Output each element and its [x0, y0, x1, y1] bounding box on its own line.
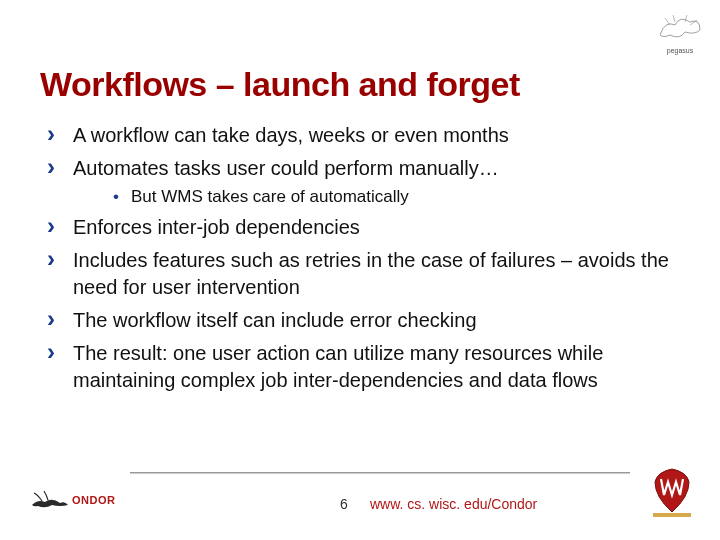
condor-text: ONDOR [72, 494, 115, 506]
pegasus-label: pegasus [650, 47, 710, 54]
bullet-text: The workflow itself can include error ch… [73, 309, 477, 331]
slide: pegasus Workflows – launch and forget A … [0, 0, 720, 540]
list-item: The workflow itself can include error ch… [45, 307, 680, 334]
sub-bullet-text: But WMS takes care of automatically [131, 187, 409, 206]
list-item: Enforces inter-job dependencies [45, 214, 680, 241]
list-item: Includes features such as retries in the… [45, 247, 680, 301]
svg-rect-0 [653, 513, 691, 517]
sub-list: But WMS takes care of automatically [73, 186, 680, 208]
list-item: Automates tasks user could perform manua… [45, 155, 680, 208]
bullet-text: The result: one user action can utilize … [73, 342, 603, 391]
sub-list-item: But WMS takes care of automatically [113, 186, 680, 208]
list-item: A workflow can take days, weeks or even … [45, 122, 680, 149]
pegasus-icon [655, 10, 705, 45]
slide-title: Workflows – launch and forget [40, 65, 680, 104]
bullet-text: Enforces inter-job dependencies [73, 216, 360, 238]
bullet-text: A workflow can take days, weeks or even … [73, 124, 509, 146]
condor-bird-icon [30, 487, 70, 512]
condor-logo: ONDOR [30, 482, 130, 517]
wisconsin-logo [645, 467, 700, 517]
bullet-text: Automates tasks user could perform manua… [73, 157, 499, 179]
footer: ONDOR 6 www. cs. wisc. edu/Condor [0, 472, 720, 522]
list-item: The result: one user action can utilize … [45, 340, 680, 394]
pegasus-logo: pegasus [650, 10, 710, 55]
footer-divider [130, 472, 630, 473]
slide-number: 6 [340, 496, 348, 512]
footer-url: www. cs. wisc. edu/Condor [370, 496, 537, 512]
bullet-text: Includes features such as retries in the… [73, 249, 669, 298]
wisconsin-crest-icon [645, 467, 700, 517]
bullet-list: A workflow can take days, weeks or even … [40, 122, 680, 394]
